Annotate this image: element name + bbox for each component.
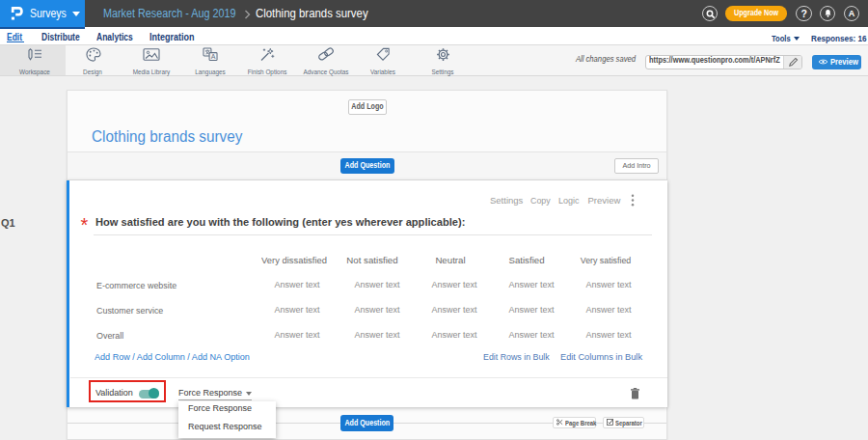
svg-text:A: A — [211, 53, 216, 60]
